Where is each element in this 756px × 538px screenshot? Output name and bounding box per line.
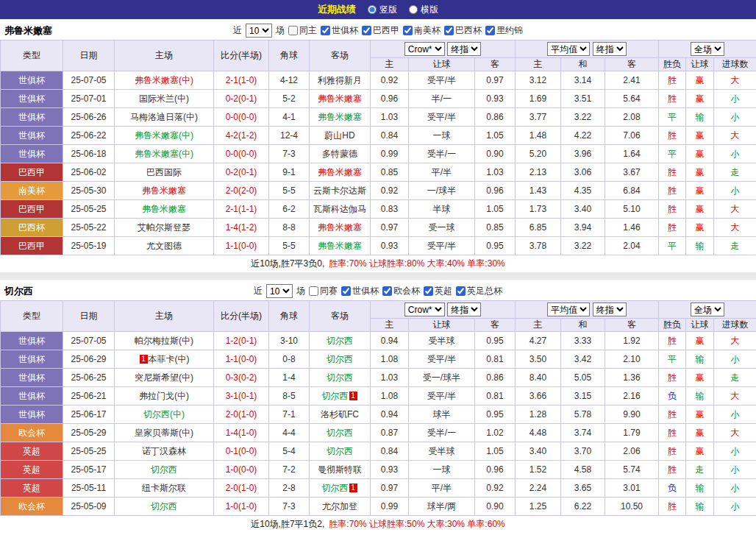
avg-away: 2.04 — [605, 237, 659, 255]
odds-home: 0.92 — [371, 71, 409, 90]
filter-competition[interactable]: 里约锦 — [485, 24, 523, 37]
score: 2-0(2-0) — [214, 182, 269, 200]
team-name: 弗鲁米嫩塞 — [4, 24, 52, 38]
competition-checkbox[interactable] — [362, 26, 371, 35]
avg-home: 1.43 — [516, 182, 561, 200]
match-date: 25-06-17 — [63, 406, 115, 424]
match-date: 25-06-25 — [63, 369, 115, 387]
odds-home: 0.92 — [371, 182, 409, 200]
recent-results-bar: 近期战绩 竖版 横版 — [0, 0, 756, 19]
corners: 5-2 — [269, 90, 310, 108]
avg-time-select[interactable]: 终指 — [593, 302, 627, 316]
handicap: 受半球 — [409, 332, 475, 350]
match-row: 英超25-05-11纽卡斯尔联2-0(1-0)2-8切尔西10.97平/半0.9… — [1, 479, 756, 498]
result-scope-select[interactable]: 全场 — [691, 302, 724, 316]
avg-draw: 3.33 — [561, 332, 605, 350]
result-goals: 小 — [714, 108, 756, 127]
match-row: 欧会杯25-05-29皇家贝蒂斯(中)1-4(1-0)4-4切尔西0.87受半/… — [1, 424, 756, 442]
corners: 5-5 — [269, 182, 310, 200]
competition-checkbox[interactable] — [424, 286, 433, 296]
filter-competition[interactable]: 巴西甲 — [362, 24, 399, 37]
odds-home: 0.93 — [371, 237, 409, 255]
avg-source-select[interactable]: 平均值 — [547, 42, 590, 56]
filter-competition[interactable]: 世俱杯 — [341, 285, 379, 297]
corners: 12-4 — [269, 127, 310, 145]
away-team: 弗鲁米嫩塞 — [310, 108, 371, 127]
match-row: 巴西甲25-05-25弗鲁米嫩塞2-1(1-1)6-2瓦斯科达伽马0.83半球1… — [1, 200, 756, 219]
avg-away: 5.74 — [605, 461, 659, 479]
match-count-select[interactable]: 10 — [266, 284, 293, 298]
filter-same-home[interactable]: 同主 — [288, 24, 317, 37]
handicap: 球半/两 — [409, 498, 475, 516]
competition-checkbox[interactable] — [485, 26, 495, 35]
home-team: 弗拉门戈(中) — [115, 387, 214, 406]
result-goals: 小 — [714, 479, 756, 498]
home-team: 弗鲁米嫩塞 — [115, 200, 214, 219]
odds-time-select[interactable]: 终指 — [447, 302, 481, 316]
corners: 5-5 — [269, 237, 310, 255]
filter-competition[interactable]: 世俱杯 — [321, 24, 358, 37]
away-team: 云斯卡尔达斯 — [310, 182, 371, 200]
filter-competition[interactable]: 巴西杯 — [444, 24, 482, 37]
sub-odds-away: 客 — [475, 319, 516, 332]
avg-source-select[interactable]: 平均值 — [547, 302, 590, 316]
competition-checkbox[interactable] — [444, 26, 454, 35]
same-home-checkbox[interactable] — [288, 26, 298, 35]
match-count-select[interactable]: 10 — [246, 24, 272, 38]
filter-competition[interactable]: 南美杯 — [403, 24, 441, 37]
match-row: 巴西甲25-05-19尤文图德1-1(0-0)5-5弗鲁米嫩塞0.93受平/半0… — [1, 237, 756, 255]
competition-badge: 巴西甲 — [1, 237, 63, 255]
odds-away: 0.95 — [475, 406, 516, 424]
layout-vertical-option[interactable]: 竖版 — [368, 4, 397, 16]
same-competition-checkbox[interactable] — [309, 286, 318, 296]
corners: 4-4 — [269, 424, 310, 442]
result-scope-select[interactable]: 全场 — [691, 42, 724, 56]
avg-time-select[interactable]: 终指 — [593, 42, 627, 56]
match-date: 25-07-01 — [63, 90, 115, 108]
avg-away: 7.06 — [605, 127, 659, 145]
filter-competition[interactable]: 英超 — [424, 285, 452, 297]
match-row: 英超25-05-25诺丁汉森林0-1(0-0)5-4切尔西0.84受半球1.05… — [1, 442, 756, 461]
competition-checkbox[interactable] — [341, 286, 351, 296]
competition-checkbox[interactable] — [382, 286, 392, 296]
competition-badge: 欧会杯 — [1, 424, 63, 442]
odds-source-select[interactable]: Crow* — [404, 302, 445, 316]
col-date: 日期 — [63, 40, 115, 71]
competition-checkbox[interactable] — [321, 26, 330, 35]
result-handicap: 赢 — [686, 163, 714, 182]
result-handicap: 赢 — [686, 182, 714, 200]
result-wdl: 胜 — [659, 200, 686, 219]
handicap: 受平/半 — [409, 237, 475, 255]
competition-badge: 英超 — [1, 479, 63, 498]
filter-same-competition[interactable]: 同赛 — [309, 285, 338, 297]
odds-away: 0.96 — [475, 182, 516, 200]
team-name: 切尔西 — [4, 285, 33, 298]
result-handicap: 赢 — [686, 332, 714, 350]
layout-horizontal-option[interactable]: 横版 — [409, 4, 438, 16]
competition-checkbox[interactable] — [403, 26, 413, 35]
match-row: 世俱杯25-06-25突尼斯希望(中)0-3(0-2)1-4切尔西1.03受一/… — [1, 369, 756, 387]
red-card-badge: 1 — [349, 392, 357, 400]
match-date: 25-06-26 — [63, 108, 115, 127]
filter-competition[interactable]: 英足总杯 — [456, 285, 502, 297]
summary-record: 近10场,胜7平1负2, — [251, 518, 324, 531]
filter-competition[interactable]: 欧会杯 — [382, 285, 420, 297]
sub-result-handicap: 让球 — [686, 58, 714, 71]
vertical-layout-radio[interactable] — [368, 5, 377, 14]
match-row: 英超25-05-17切尔西1-0(0-0)7-2曼彻斯特联0.93一球0.961… — [1, 461, 756, 479]
avg-home: 3.78 — [516, 237, 561, 255]
competition-badge: 英超 — [1, 461, 63, 479]
handicap: 平/半 — [409, 163, 475, 182]
result-handicap: 赢 — [686, 406, 714, 424]
odds-time-select[interactable]: 终指 — [447, 42, 481, 56]
section-header: 弗鲁米嫩塞 近 10 场 同主 世俱杯 巴西甲 南美杯 巴 — [0, 21, 756, 40]
home-team: 诺丁汉森林 — [115, 442, 214, 461]
horizontal-layout-radio[interactable] — [409, 5, 418, 14]
competition-badge: 英超 — [1, 442, 63, 461]
match-row: 欧会杯25-05-09切尔西1-0(1-0)7-3尤尔加登0.99球半/两0.9… — [1, 498, 756, 516]
match-date: 25-06-02 — [63, 163, 115, 182]
competition-checkbox[interactable] — [456, 286, 466, 296]
odds-source-select[interactable]: Crow* — [404, 42, 445, 56]
result-wdl: 胜 — [659, 90, 686, 108]
odds-away: 1.02 — [475, 424, 516, 442]
